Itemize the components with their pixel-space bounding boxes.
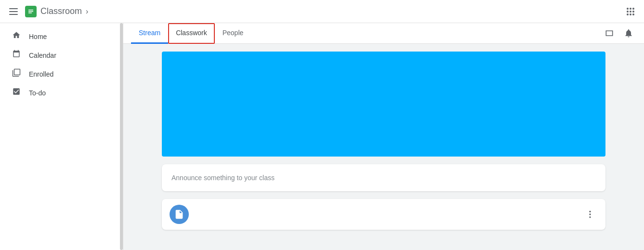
sidebar-item-home-label: Home — [29, 33, 47, 40]
topbar: Classroom › — [0, 0, 644, 23]
tabs-right — [602, 26, 636, 41]
class-banner — [162, 52, 605, 157]
sidebar-item-calendar[interactable]: Calendar — [0, 46, 119, 65]
assignment-icon — [170, 205, 189, 224]
banner-gradient — [162, 128, 605, 157]
layout: Home Calendar Enrolled — [0, 23, 644, 250]
main-content: Stream Classwork People — [123, 23, 644, 250]
customize-icon[interactable] — [602, 26, 617, 41]
topbar-right — [623, 4, 638, 19]
svg-point-19 — [589, 213, 591, 215]
sidebar-item-enrolled[interactable]: Enrolled — [0, 65, 119, 83]
svg-rect-17 — [177, 216, 180, 216]
sidebar-item-calendar-label: Calendar — [29, 52, 56, 59]
todo-icon — [12, 87, 21, 98]
google-apps-icon[interactable] — [623, 4, 638, 19]
announce-placeholder: Announce something to your class — [171, 174, 275, 182]
topbar-left: Classroom › — [6, 4, 623, 19]
breadcrumb-arrow: › — [86, 7, 88, 16]
home-icon — [12, 31, 21, 42]
svg-point-13 — [627, 13, 629, 15]
tab-people[interactable]: People — [215, 23, 251, 44]
svg-point-20 — [589, 216, 591, 218]
sidebar-item-todo-label: To-do — [29, 89, 46, 97]
announce-box[interactable]: Announce something to your class — [162, 164, 605, 191]
svg-rect-4 — [28, 10, 33, 11]
svg-point-9 — [632, 8, 634, 10]
assignment-more-button[interactable] — [582, 207, 598, 222]
tab-stream[interactable]: Stream — [131, 23, 168, 44]
sidebar: Home Calendar Enrolled — [0, 23, 123, 250]
enrolled-icon — [12, 68, 21, 79]
calendar-icon — [12, 50, 21, 61]
svg-point-12 — [632, 11, 634, 13]
svg-point-15 — [632, 13, 634, 15]
menu-icon[interactable] — [6, 4, 21, 19]
app-logo — [25, 6, 37, 17]
svg-rect-16 — [177, 215, 181, 215]
sidebar-scrollbar[interactable] — [120, 23, 123, 250]
svg-rect-2 — [9, 14, 18, 15]
content-area: Announce something to your class — [123, 52, 644, 230]
svg-point-11 — [630, 11, 631, 13]
svg-point-10 — [627, 11, 629, 13]
svg-point-7 — [627, 8, 629, 10]
svg-point-18 — [589, 211, 591, 212]
svg-point-8 — [630, 8, 631, 10]
assignment-left — [170, 205, 189, 224]
tabs-bar: Stream Classwork People — [123, 23, 644, 44]
assignment-item — [162, 199, 605, 230]
svg-rect-0 — [9, 8, 18, 9]
tabs-left: Stream Classwork People — [131, 23, 251, 43]
tab-classwork[interactable]: Classwork — [168, 23, 215, 44]
svg-rect-6 — [28, 13, 32, 13]
svg-point-14 — [630, 13, 631, 15]
app-title: Classroom — [40, 6, 82, 16]
svg-rect-5 — [28, 11, 33, 12]
class-notifications-icon[interactable] — [621, 26, 636, 41]
sidebar-item-home[interactable]: Home — [0, 27, 119, 46]
svg-rect-1 — [9, 11, 18, 12]
sidebar-item-enrolled-label: Enrolled — [29, 70, 53, 78]
sidebar-item-todo[interactable]: To-do — [0, 83, 119, 102]
